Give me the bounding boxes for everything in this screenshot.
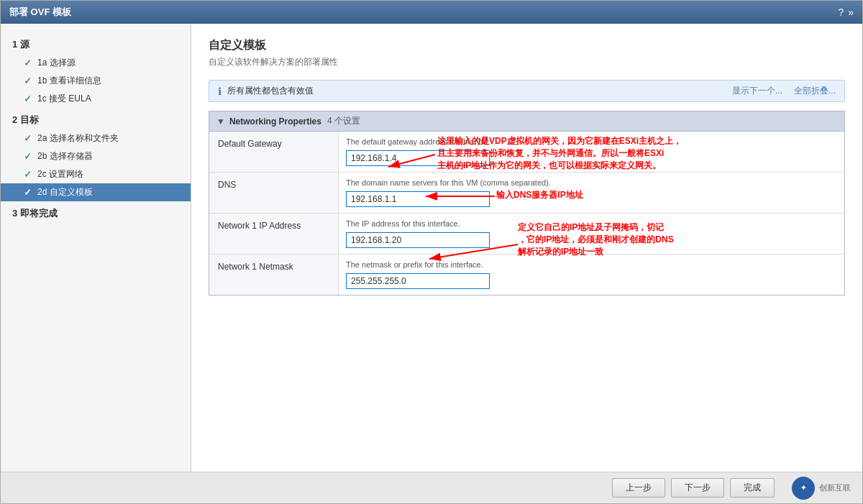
- networking-section-header[interactable]: ▼ Networking Properties 4 个设置: [209, 111, 845, 132]
- sidebar: 1 源 ✓ 1a 选择源 ✓ 1b 查看详细信息 ✓ 1c 接受 EULA: [1, 24, 191, 472]
- check-icon-2a: ✓: [24, 133, 32, 144]
- sidebar-section-2-title: 2 目标: [1, 111, 191, 129]
- sidebar-item-1b[interactable]: ✓ 1b 查看详细信息: [1, 72, 191, 90]
- sidebar-item-1c[interactable]: ✓ 1c 接受 EULA: [1, 90, 191, 108]
- sidebar-section-3: 3 即将完成: [1, 204, 191, 223]
- info-bar: ℹ 所有属性都包含有效值 显示下一个... 全部折叠...: [209, 80, 845, 102]
- sidebar-label-1b: 1b 查看详细信息: [37, 75, 101, 87]
- sidebar-item-1a[interactable]: ✓ 1a 选择源: [1, 54, 191, 72]
- section-toggle-icon[interactable]: ▼: [216, 116, 225, 127]
- sidebar-section-2: 2 目标 ✓ 2a 选择名称和文件夹 ✓ 2b 选择存储器 ✓ 2c 设置网络 …: [1, 111, 191, 201]
- prop-value-netmask: The netmask or prefix for this interface…: [339, 255, 844, 295]
- prop-label-gateway: Default Gateway: [209, 132, 339, 172]
- prop-input-netmask[interactable]: [346, 273, 490, 289]
- prop-input-ip[interactable]: [346, 232, 490, 248]
- right-panel: 自定义模板 自定义该软件解决方案的部署属性 ℹ 所有属性都包含有效值 显示下一个…: [191, 24, 862, 472]
- prop-value-dns: The domain name servers for this VM (com…: [339, 173, 844, 213]
- panel-subtitle: 自定义该软件解决方案的部署属性: [209, 56, 845, 68]
- prop-value-gateway: The default gateway address for this VM.: [339, 132, 844, 172]
- properties-table: Default Gateway The default gateway addr…: [209, 132, 845, 295]
- networking-section-count: 4 个设置: [327, 115, 360, 127]
- dialog-wrapper: 部署 OVF 模板 ? » 1 源 ✓ 1a 选择源 ✓ 1b 查看详细信息: [0, 0, 863, 504]
- prop-desc-ip: The IP address for this interface.: [346, 219, 837, 228]
- info-icon: ℹ: [218, 86, 222, 97]
- main-content: 1 源 ✓ 1a 选择源 ✓ 1b 查看详细信息 ✓ 1c 接受 EULA: [1, 24, 862, 472]
- check-icon-2c: ✓: [24, 169, 32, 180]
- sidebar-item-2d[interactable]: ✓ 2d 自定义模板: [1, 183, 191, 201]
- info-bar-left: ℹ 所有属性都包含有效值: [218, 85, 314, 97]
- sidebar-label-1a: 1a 选择源: [37, 57, 76, 69]
- info-message: 所有属性都包含有效值: [227, 85, 314, 97]
- networking-section-label: Networking Properties: [229, 116, 321, 127]
- prop-desc-gateway: The default gateway address for this VM.: [346, 137, 837, 146]
- sidebar-section-3-title: 3 即将完成: [1, 204, 191, 223]
- brand-name: 创新互联: [819, 482, 851, 493]
- finish-button[interactable]: 完成: [730, 478, 775, 498]
- prop-label-ip: Network 1 IP Address: [209, 214, 339, 254]
- footer: 上一步 下一步 完成 ✦ 创新互联: [1, 472, 862, 503]
- sidebar-item-2b[interactable]: ✓ 2b 选择存储器: [1, 147, 191, 165]
- prop-row-netmask: Network 1 Netmask The netmask or prefix …: [209, 255, 844, 295]
- sidebar-label-2a: 2a 选择名称和文件夹: [37, 132, 119, 145]
- brand-logo: ✦: [792, 477, 815, 500]
- close-icon[interactable]: »: [848, 6, 854, 18]
- prop-value-ip: The IP address for this interface.: [339, 214, 844, 254]
- check-icon-1c: ✓: [24, 93, 32, 104]
- sidebar-label-1c: 1c 接受 EULA: [37, 93, 91, 105]
- prop-row-gateway: Default Gateway The default gateway addr…: [209, 132, 844, 173]
- prop-label-dns: DNS: [209, 173, 339, 213]
- prop-input-dns[interactable]: [346, 191, 490, 207]
- check-icon-2b: ✓: [24, 151, 32, 162]
- check-icon-1a: ✓: [24, 58, 32, 68]
- prop-input-gateway[interactable]: [346, 150, 490, 166]
- prop-row-dns: DNS The domain name servers for this VM …: [209, 173, 844, 214]
- sidebar-item-2c[interactable]: ✓ 2c 设置网络: [1, 165, 191, 183]
- prev-button[interactable]: 上一步: [612, 478, 665, 498]
- check-icon-2d: ✓: [24, 187, 32, 198]
- check-icon-1b: ✓: [24, 75, 32, 86]
- prop-desc-dns: The domain name servers for this VM (com…: [346, 178, 837, 187]
- prop-desc-netmask: The netmask or prefix for this interface…: [346, 260, 837, 269]
- info-bar-right: 显示下一个... 全部折叠...: [732, 85, 836, 97]
- next-button[interactable]: 下一步: [671, 478, 724, 498]
- sidebar-label-2c: 2c 设置网络: [37, 168, 83, 180]
- title-bar: 部署 OVF 模板 ? »: [1, 1, 862, 24]
- show-next-link[interactable]: 显示下一个...: [732, 85, 782, 97]
- panel-title: 自定义模板: [209, 38, 845, 53]
- sidebar-section-1-title: 1 源: [1, 35, 191, 54]
- title-bar-icons: ? »: [838, 6, 854, 18]
- prop-label-netmask: Network 1 Netmask: [209, 255, 339, 295]
- brand-watermark: ✦ 创新互联: [792, 477, 851, 500]
- sidebar-section-1: 1 源 ✓ 1a 选择源 ✓ 1b 查看详细信息 ✓ 1c 接受 EULA: [1, 35, 191, 108]
- help-icon[interactable]: ?: [838, 6, 844, 18]
- sidebar-label-2b: 2b 选择存储器: [37, 150, 93, 162]
- collapse-all-link[interactable]: 全部折叠...: [794, 85, 836, 97]
- dialog-title: 部署 OVF 模板: [9, 6, 71, 19]
- prop-row-ip: Network 1 IP Address The IP address for …: [209, 214, 844, 255]
- sidebar-item-2a[interactable]: ✓ 2a 选择名称和文件夹: [1, 129, 191, 147]
- sidebar-label-2d: 2d 自定义模板: [37, 186, 93, 198]
